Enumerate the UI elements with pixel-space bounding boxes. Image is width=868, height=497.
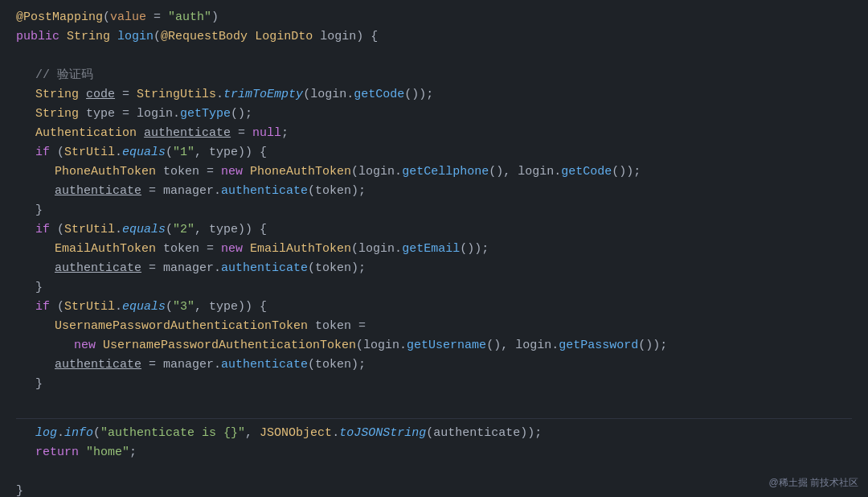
watermark: @稀土掘 前技术社区 (768, 475, 858, 491)
line-5: Authentication authenticate = null; (16, 124, 852, 143)
line-7: PhoneAuthToken token = new PhoneAuthToke… (16, 162, 852, 182)
line-6: if (StrUtil.equals("1", type)) { (16, 143, 852, 162)
line-3: String code = StringUtils.trimToEmpty(lo… (16, 85, 852, 105)
line-blank-2 (16, 394, 852, 413)
line-12: authenticate = manager.authenticate(toke… (16, 259, 852, 278)
line-comment: // 验证码 (16, 66, 852, 85)
line-18: } (16, 375, 852, 394)
line-9: } (16, 201, 852, 220)
line-13: } (16, 278, 852, 298)
line-11: EmailAuthToken token = new EmailAuthToke… (16, 240, 852, 259)
line-14: if (StrUtil.equals("3", type)) { (16, 298, 852, 317)
line-1: @PostMapping(value = "auth") (16, 8, 852, 27)
line-20: return "home"; (16, 443, 852, 462)
line-19: log.info("authenticate is {}", JSONObjec… (16, 424, 852, 443)
line-4: String type = login.getType(); (16, 105, 852, 124)
line-15: UsernamePasswordAuthenticationToken toke… (16, 317, 852, 336)
code-editor: @PostMapping(value = "auth") public Stri… (0, 0, 868, 497)
line-blank-3 (16, 462, 852, 482)
line-8: authenticate = manager.authenticate(toke… (16, 182, 852, 201)
line-16: new UsernamePasswordAuthenticationToken(… (16, 336, 852, 355)
line-21: } (16, 482, 852, 497)
line-10: if (StrUtil.equals("2", type)) { (16, 220, 852, 240)
line-17: authenticate = manager.authenticate(toke… (16, 355, 852, 375)
separator (16, 418, 852, 419)
line-2: public String login(@RequestBody LoginDt… (16, 27, 852, 47)
line-blank-1 (16, 47, 852, 66)
